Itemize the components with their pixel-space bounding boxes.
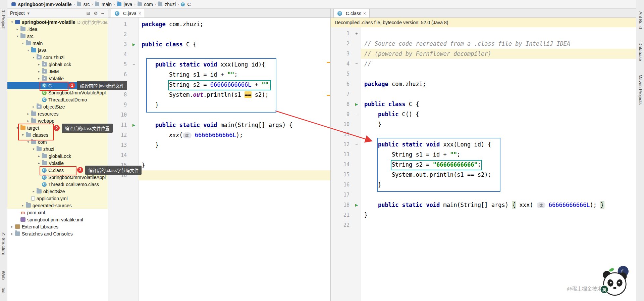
tree-item-scratches-and-consoles[interactable]: ▸Scratches and Consoles <box>7 230 108 237</box>
close-tab-icon[interactable]: × <box>139 11 141 16</box>
breadcrumb-item-com[interactable]: com <box>136 2 154 7</box>
fold-expand-icon[interactable]: + <box>352 29 361 39</box>
chevron-down-icon[interactable]: ▾ <box>9 20 15 24</box>
tool-button-ant-build[interactable]: Ant Build <box>638 11 643 29</box>
tool-button-web[interactable]: Web <box>1 271 6 280</box>
chevron-right-icon[interactable]: ▸ <box>36 161 42 165</box>
tree-item-com.zhuzi[interactable]: ▾com.zhuzi <box>7 54 108 61</box>
tree-item-objectsize[interactable]: ▸objectSize <box>7 188 108 195</box>
breadcrumb-item-java[interactable]: java <box>116 2 133 7</box>
tree-item-webapp[interactable]: ▸webapp <box>7 117 108 124</box>
tree-item-globallock[interactable]: ▸globalLock <box>7 153 108 160</box>
tool-button-favorites[interactable]: tes <box>1 288 6 293</box>
breadcrumb-item-src[interactable]: src <box>75 2 91 7</box>
tree-item-zhuzi[interactable]: ▾zhuzi <box>7 145 108 153</box>
chevron-right-icon[interactable]: ▸ <box>36 62 42 66</box>
tool-button-maven-projects[interactable]: Maven Projects <box>638 75 643 105</box>
tree-item-pom.xml[interactable]: mpom.xml <box>7 209 108 216</box>
chevron-right-icon[interactable]: ▸ <box>9 232 15 235</box>
chevron-right-icon[interactable]: ▸ <box>31 189 36 193</box>
fold-collapse-icon[interactable]: − <box>352 109 361 119</box>
breadcrumb-item-c[interactable]: CC <box>179 2 192 7</box>
code-text[interactable]: // (powered by Fernflower decompiler) <box>361 49 636 59</box>
chevron-right-icon[interactable]: ▸ <box>36 70 42 73</box>
tree-item-application.yml[interactable]: application.yml <box>7 195 108 202</box>
code-text[interactable]: public static void main(String[] args) { <box>138 120 330 130</box>
close-tab-icon[interactable]: × <box>363 11 366 16</box>
chevron-right-icon[interactable]: ▸ <box>15 27 20 31</box>
code-text[interactable]: public C() { <box>361 109 636 119</box>
code-text[interactable]: // Source code recreated from a .class f… <box>361 39 636 49</box>
run-icon[interactable]: ▶ <box>352 99 361 109</box>
tree-item-globallock[interactable]: ▸globalLock <box>7 61 108 68</box>
run-icon[interactable]: ▶ <box>129 120 138 130</box>
breadcrumb-label: C <box>187 2 191 7</box>
gear-icon[interactable]: ⚙ <box>93 11 99 16</box>
tree-item-java[interactable]: ▾java <box>7 47 108 54</box>
chevron-right-icon[interactable]: ▸ <box>36 77 42 80</box>
code-text[interactable] <box>138 150 330 160</box>
tree-item-external-libraries[interactable]: ▸External Libraries <box>7 223 108 230</box>
code-text[interactable]: package com.zhuzi; <box>361 79 636 89</box>
code-text[interactable]: } <box>138 160 330 170</box>
code-text[interactable] <box>361 29 636 39</box>
code-text[interactable]: } <box>138 140 330 150</box>
tree-item-objectsize[interactable]: ▸objectSize <box>7 103 108 110</box>
tree-item-springboot-jmm-volatile[interactable]: ▾springboot-jmm-volatileD:\文档文件\idea_ <box>7 18 108 26</box>
tool-button-project[interactable]: 1: Project <box>1 10 6 29</box>
fold-collapse-icon[interactable]: − <box>129 59 138 70</box>
code-text[interactable] <box>138 29 330 39</box>
breadcrumb-item-main[interactable]: main <box>94 2 113 7</box>
breadcrumb-item-springboot-jmm-volatile[interactable]: springboot-jmm-volatile <box>10 2 72 7</box>
code-text[interactable] <box>361 89 636 99</box>
code-text[interactable]: xxx(id: 66666666666L); <box>138 130 330 140</box>
chevron-down-icon[interactable]: ▾ <box>25 48 31 52</box>
chevron-down-icon[interactable]: ▾ <box>20 41 25 45</box>
folder-icon <box>26 41 31 45</box>
tree-item-src[interactable]: ▾src <box>7 33 108 40</box>
hide-panel-icon[interactable]: ━ <box>100 11 105 16</box>
chevron-right-icon[interactable]: ▸ <box>20 204 25 207</box>
tab-c-class[interactable]: C C.class × <box>333 9 370 17</box>
tree-item-jmm[interactable]: ▸JMM <box>7 68 108 75</box>
chevron-right-icon[interactable]: ▸ <box>25 119 31 123</box>
tree-item-label: objectSize <box>43 189 65 194</box>
code-text[interactable]: public class C { <box>138 39 330 49</box>
chevron-down-icon[interactable]: ▾ <box>31 147 36 151</box>
code-text[interactable]: } <box>361 119 636 129</box>
breadcrumb-item-zhuzi[interactable]: zhuzi <box>157 2 177 7</box>
chevron-right-icon[interactable]: ▸ <box>36 154 42 158</box>
tree-item-threadlocaldemo[interactable]: CThreadLocalDemo <box>7 96 108 103</box>
chevron-down-icon[interactable]: ▾ <box>26 11 31 16</box>
chevron-right-icon[interactable]: ▸ <box>25 112 31 116</box>
code-text[interactable]: public class C { <box>361 99 636 109</box>
tree-item-main[interactable]: ▾main <box>7 40 108 47</box>
tool-button-database[interactable]: Database <box>638 42 643 61</box>
tree-item-threadlocaldemo.class[interactable]: CThreadLocalDemo.class <box>7 181 108 188</box>
collapse-all-icon[interactable]: ⊟ <box>86 11 91 16</box>
tree-item-springboot-jmm-volatile.iml[interactable]: springboot-jmm-volatile.iml <box>7 216 108 223</box>
code-text[interactable]: public static void main(String[] args) {… <box>361 200 636 210</box>
chevron-down-icon[interactable]: ▾ <box>25 140 31 144</box>
chevron-down-icon[interactable]: ▾ <box>31 55 36 59</box>
code-text[interactable]: package com.zhuzi; <box>138 19 330 29</box>
code-text[interactable]: } <box>361 210 636 220</box>
run-icon[interactable]: ▶ <box>352 200 361 210</box>
tab-c-java[interactable]: C C.java × <box>111 9 145 17</box>
code-line: 13 } <box>108 140 330 150</box>
chevron-right-icon[interactable]: ▸ <box>9 225 15 228</box>
run-icon[interactable]: ▶ <box>129 39 138 49</box>
fold-collapse-icon[interactable]: − <box>352 59 361 69</box>
chevron-right-icon[interactable]: ▸ <box>31 105 36 109</box>
code-text[interactable] <box>138 170 330 180</box>
code-text[interactable]: // <box>361 59 636 69</box>
fold-collapse-icon[interactable]: − <box>352 139 361 149</box>
code-text[interactable] <box>361 69 636 79</box>
tree-item-generated-sources[interactable]: ▸generated-sources <box>7 202 108 209</box>
tree-item-.idea[interactable]: ▸.idea <box>7 26 108 33</box>
code-text[interactable] <box>361 220 636 230</box>
code-token <box>364 141 378 148</box>
tool-button-structure[interactable]: Z: Structure <box>1 232 6 255</box>
chevron-down-icon[interactable]: ▾ <box>15 34 20 38</box>
tree-item-resources[interactable]: ▸resources <box>7 110 108 117</box>
